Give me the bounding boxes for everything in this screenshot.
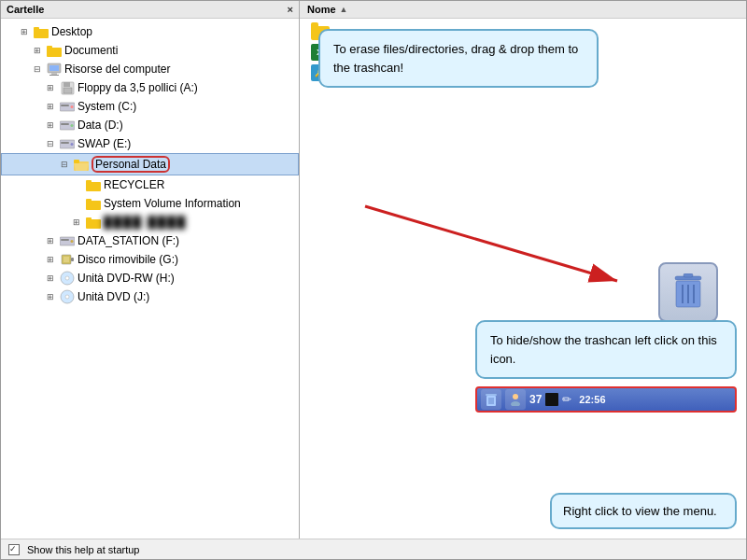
- svg-point-18: [71, 143, 74, 146]
- callout-hide-label: To hide/show the trashcan left click on …: [490, 333, 717, 366]
- toggle-recycler-empty: [70, 178, 83, 191]
- computer-icon: [47, 62, 62, 77]
- svg-point-12: [71, 105, 74, 108]
- toggle-floppy[interactable]: ⊞: [44, 81, 57, 94]
- right-pane-title: Nome: [307, 4, 336, 15]
- left-pane: Cartelle × ⊞ Desktop ⊞: [1, 1, 300, 539]
- trashcan-button[interactable]: [658, 262, 718, 322]
- svg-rect-26: [86, 199, 92, 203]
- label-desktop: Desktop: [51, 25, 92, 38]
- callout-erase-text: To erase files/directories, drag & drop …: [333, 42, 578, 75]
- taskbar-trash-item[interactable]: [481, 389, 501, 410]
- label-data-station: DATA_STATION (F:): [78, 234, 179, 247]
- tree-item-personal-data[interactable]: ⊟ Personal Data: [1, 153, 299, 175]
- svg-rect-19: [61, 142, 69, 144]
- close-button[interactable]: ×: [288, 4, 293, 15]
- label-data-d: Data (D:): [78, 119, 123, 132]
- callout-erase: To erase files/directories, drag & drop …: [318, 29, 599, 88]
- toggle-swap-e[interactable]: ⊟: [44, 137, 57, 150]
- tree-item-recycler[interactable]: RECYCLER: [1, 175, 299, 194]
- callout-hide-text: To hide/show the trashcan left click on …: [475, 320, 737, 379]
- label-floppy: Floppy da 3,5 pollici (A:): [78, 81, 198, 94]
- svg-point-30: [71, 240, 74, 243]
- svg-rect-31: [61, 239, 69, 241]
- tree-item-floppy[interactable]: ⊞ Floppy da 3,5 pollici (A:): [1, 78, 299, 97]
- svg-rect-28: [86, 217, 92, 221]
- tree-item-data-station[interactable]: ⊞ DATA_STATION (F:): [1, 231, 299, 250]
- content-area: Cartelle × ⊞ Desktop ⊞: [1, 1, 746, 539]
- svg-rect-33: [63, 257, 69, 262]
- tree-item-dvd-j[interactable]: ⊞ Unità DVD (J:): [1, 287, 299, 306]
- svg-rect-13: [61, 105, 69, 106]
- sort-arrow-icon: ▲: [340, 5, 348, 14]
- callout-hide-show: To hide/show the trashcan left click on …: [475, 320, 737, 413]
- tree-item-disco-g[interactable]: ⊞ Disco rimovibile (G:): [1, 250, 299, 269]
- label-dvd-h: Unità DVD-RW (H:): [78, 272, 175, 285]
- svg-rect-9: [63, 82, 70, 87]
- svg-rect-34: [71, 258, 74, 261]
- tree-item-dvd-h[interactable]: ⊞ Unità DVD-RW (H:): [1, 269, 299, 287]
- svg-rect-6: [51, 73, 57, 75]
- folder-icon-blurred: [86, 215, 101, 230]
- right-pane: Nome ▲ Photos X Bank.xls 🔑 Passwords.kdb: [300, 1, 746, 539]
- folder-icon-recycler: [86, 177, 101, 192]
- toggle-documenti[interactable]: ⊞: [31, 44, 44, 57]
- toggle-dvd-j[interactable]: ⊞: [44, 290, 57, 303]
- toggle-system-c[interactable]: ⊞: [44, 100, 57, 113]
- svg-rect-47: [486, 394, 497, 396]
- tree-item-swap-e[interactable]: ⊟ SWAP (E:): [1, 134, 299, 153]
- callout-right-click: Right click to view the menu.: [550, 493, 737, 530]
- label-swap-e: SWAP (E:): [78, 137, 131, 150]
- label-blurred: ████ ████: [104, 216, 187, 229]
- svg-point-15: [71, 124, 74, 127]
- svg-point-38: [65, 295, 69, 299]
- startup-checkbox[interactable]: [8, 544, 20, 555]
- svg-line-40: [365, 206, 617, 281]
- trash-icon: [671, 273, 705, 311]
- left-pane-header: Cartelle ×: [1, 1, 299, 19]
- toggle-personal-data[interactable]: ⊟: [58, 158, 71, 171]
- taskbar-person-icon[interactable]: [505, 389, 526, 410]
- tree-view: ⊞ Desktop ⊞: [1, 19, 299, 539]
- svg-point-53: [511, 401, 520, 406]
- startup-label: Show this help at startup: [27, 544, 139, 555]
- tree-item-sysvolinfo[interactable]: System Volume Information: [1, 194, 299, 213]
- tree-item-documenti[interactable]: ⊞ Documenti: [1, 41, 299, 60]
- tree-item-desktop[interactable]: ⊞ Desktop: [1, 22, 299, 41]
- taskbar-number: 37: [529, 393, 542, 406]
- svg-rect-24: [86, 180, 92, 184]
- toggle-risorse[interactable]: ⊟: [31, 63, 44, 76]
- toggle-desktop[interactable]: ⊞: [18, 25, 31, 38]
- tree-item-system-c[interactable]: ⊞ System (C:): [1, 97, 299, 116]
- drive-c-icon: [60, 99, 75, 114]
- taskbar-time: 22:56: [579, 394, 605, 405]
- taskbar-pencil-icon: ✏: [562, 393, 571, 406]
- right-pane-header: Nome ▲: [300, 1, 746, 19]
- label-system-c: System (C:): [78, 100, 136, 113]
- left-pane-title: Cartelle: [7, 4, 44, 15]
- taskbar-trash-icon: [485, 392, 498, 407]
- svg-rect-42: [684, 273, 693, 277]
- tree-item-risorse[interactable]: ⊟ Risorse del computer: [1, 60, 299, 78]
- folder-icon-sysvolinfo: [86, 196, 101, 211]
- person-svg: [509, 393, 522, 406]
- tree-item-blurred[interactable]: ⊞ ████ ████: [1, 213, 299, 231]
- label-sysvolinfo: System Volume Information: [104, 197, 241, 210]
- folder-icon-desktop: [34, 24, 49, 39]
- toggle-data-d[interactable]: ⊞: [44, 119, 57, 132]
- svg-point-52: [513, 394, 518, 399]
- label-risorse: Risorse del computer: [64, 63, 170, 76]
- toggle-blurred[interactable]: ⊞: [70, 216, 83, 229]
- toggle-data-station[interactable]: ⊞: [44, 234, 57, 247]
- toggle-dvd-h[interactable]: ⊞: [44, 272, 57, 285]
- callout-right-click-text: Right click to view the menu.: [563, 504, 717, 518]
- tree-item-data-d[interactable]: ⊞ Data (D:): [1, 116, 299, 134]
- main-window: Cartelle × ⊞ Desktop ⊞: [0, 0, 747, 560]
- svg-rect-5: [49, 65, 59, 71]
- floppy-icon: [60, 80, 75, 95]
- svg-marker-22: [74, 163, 89, 171]
- toggle-sysvolinfo-empty: [70, 197, 83, 210]
- svg-rect-21: [74, 160, 79, 163]
- toggle-disco-g[interactable]: ⊞: [44, 253, 57, 266]
- svg-rect-16: [61, 123, 69, 125]
